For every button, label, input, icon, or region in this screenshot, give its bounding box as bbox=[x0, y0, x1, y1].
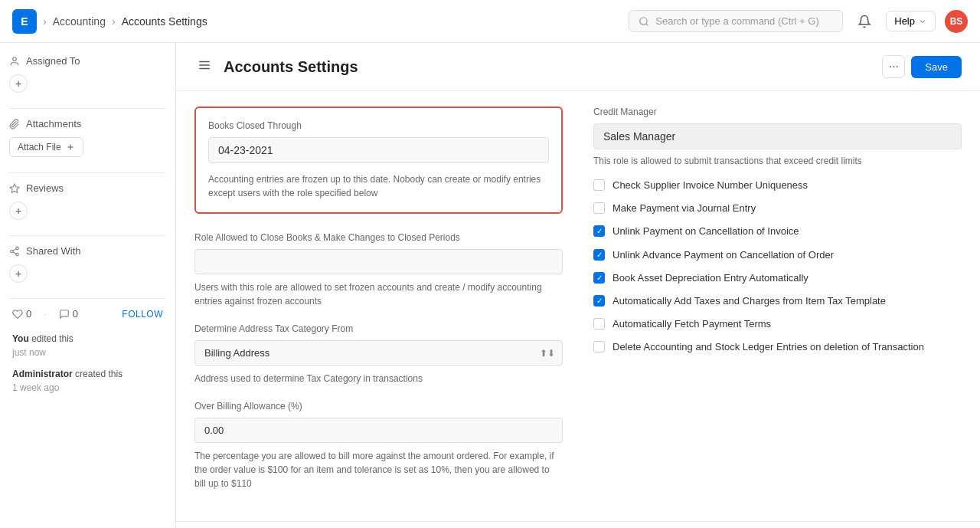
svg-line-9 bbox=[13, 251, 16, 253]
overbilling-input[interactable] bbox=[194, 418, 563, 443]
search-icon bbox=[639, 16, 649, 27]
settings-area: Books Closed Through 04-23-2021 Accounti… bbox=[176, 91, 980, 521]
assigned-to-add-button[interactable]: + bbox=[9, 74, 28, 93]
reviews-add-button[interactable]: + bbox=[9, 202, 28, 220]
paperclip-icon bbox=[9, 119, 20, 130]
help-label: Help bbox=[894, 15, 915, 27]
comments-action[interactable]: 0 bbox=[59, 308, 78, 320]
checkbox-unlink-advance-label: Unlink Advance Payment on Cancellation o… bbox=[612, 248, 834, 262]
activity-time-2: 1 week ago bbox=[12, 381, 163, 395]
sidebar: Assigned To + Attachments Attach File Re… bbox=[0, 43, 176, 528]
checkbox-delete-entries[interactable] bbox=[593, 341, 605, 353]
footer-actions: 0 · 0 FOLLOW bbox=[12, 308, 163, 320]
svg-point-0 bbox=[640, 17, 647, 24]
avatar[interactable]: BS bbox=[945, 10, 968, 33]
comment-icon bbox=[59, 309, 70, 320]
checkbox-payment-terms-label: Automatically Fetch Payment Terms bbox=[612, 317, 771, 331]
checkbox-supplier-invoice[interactable] bbox=[593, 179, 605, 191]
shared-with-header: Shared With bbox=[9, 245, 166, 257]
tax-category-section: Determine Address Tax Category From Bill… bbox=[194, 323, 563, 385]
role-help: Users with this role are allowed to set … bbox=[194, 280, 563, 308]
checkbox-journal-entry-label: Make Payment via Journal Entry bbox=[612, 202, 756, 215]
more-options-button[interactable]: ··· bbox=[882, 55, 905, 78]
activity-action-1: edited this bbox=[31, 333, 74, 344]
chevron-down-icon bbox=[918, 17, 927, 26]
notifications-button[interactable] bbox=[852, 9, 877, 34]
credit-manager-help: This role is allowed to submit transacti… bbox=[593, 156, 962, 166]
shared-with-add-button[interactable]: + bbox=[9, 264, 28, 283]
activity-entry-2: Administrator created this 1 week ago bbox=[12, 367, 163, 395]
user-icon bbox=[9, 56, 20, 67]
checkbox-row-3: Unlink Payment on Cancellation of Invoic… bbox=[593, 225, 962, 238]
reviews-section: Reviews + bbox=[9, 182, 166, 220]
checkbox-row-1: Check Supplier Invoice Number Uniqueness bbox=[593, 179, 962, 192]
attach-file-button[interactable]: Attach File bbox=[9, 137, 83, 157]
footer-dot: · bbox=[44, 308, 47, 320]
breadcrumb-sep-1: › bbox=[43, 15, 47, 28]
checkboxes-container: Check Supplier Invoice Number Uniqueness… bbox=[593, 179, 962, 355]
checkbox-payment-terms[interactable] bbox=[593, 318, 605, 330]
checkbox-row-5: Book Asset Depreciation Entry Automatica… bbox=[593, 271, 962, 285]
checkbox-unlink-invoice-label: Unlink Payment on Cancellation of Invoic… bbox=[612, 225, 799, 238]
svg-marker-5 bbox=[10, 184, 19, 192]
activity-time-1: just now bbox=[12, 346, 163, 359]
topnav-right: Search or type a command (Ctrl + G) Help… bbox=[629, 9, 968, 34]
tax-label: Determine Address Tax Category From bbox=[194, 323, 563, 334]
page-header-left: Accounts Settings bbox=[194, 55, 358, 78]
main-content: Accounts Settings ··· Save Books Closed … bbox=[176, 43, 980, 528]
page-header-right: ··· Save bbox=[882, 55, 962, 78]
settings-columns: Books Closed Through 04-23-2021 Accounti… bbox=[194, 107, 962, 506]
activity-user-2: Administrator bbox=[12, 369, 73, 379]
shared-with-section: Shared With + bbox=[9, 245, 166, 283]
assigned-to-header: Assigned To bbox=[9, 55, 166, 67]
svg-point-7 bbox=[11, 250, 14, 253]
overbilling-label: Over Billing Allowance (%) bbox=[194, 401, 563, 412]
assigned-to-section: Assigned To + bbox=[9, 55, 166, 93]
search-bar[interactable]: Search or type a command (Ctrl + G) bbox=[629, 10, 843, 32]
reviews-label: Reviews bbox=[26, 182, 64, 194]
follow-button[interactable]: FOLLOW bbox=[122, 309, 163, 320]
role-label: Role Allowed to Close Books & Make Chang… bbox=[194, 232, 563, 243]
checkbox-unlink-invoice[interactable] bbox=[593, 225, 605, 237]
right-column: Credit Manager Sales Manager This role i… bbox=[593, 107, 962, 506]
topnav-left: E › Accounting › Accounts Settings bbox=[12, 9, 207, 34]
role-field-section: Role Allowed to Close Books & Make Chang… bbox=[194, 232, 563, 308]
checkbox-row-8: Delete Accounting and Stock Ledger Entri… bbox=[593, 340, 962, 354]
search-placeholder: Search or type a command (Ctrl + G) bbox=[655, 15, 819, 27]
attachments-section: Attachments Attach File bbox=[9, 118, 166, 157]
divider-4 bbox=[9, 298, 166, 299]
svg-point-8 bbox=[16, 253, 19, 256]
checkbox-row-4: Unlink Advance Payment on Cancellation o… bbox=[593, 248, 962, 262]
save-button[interactable]: Save bbox=[911, 56, 962, 78]
checkbox-journal-entry[interactable] bbox=[593, 202, 605, 214]
attach-file-label: Attach File bbox=[18, 142, 61, 152]
left-column: Books Closed Through 04-23-2021 Accounti… bbox=[194, 107, 563, 506]
svg-point-2 bbox=[13, 57, 17, 61]
activity-entry-1: You edited this just now bbox=[12, 332, 163, 359]
help-button[interactable]: Help bbox=[886, 11, 936, 31]
checkbox-supplier-invoice-label: Check Supplier Invoice Number Uniqueness bbox=[612, 179, 808, 192]
svg-line-10 bbox=[13, 248, 16, 250]
credit-manager-label: Credit Manager bbox=[593, 107, 962, 117]
books-closed-card: Books Closed Through 04-23-2021 Accounti… bbox=[194, 107, 563, 214]
breadcrumb-sep-2: › bbox=[112, 15, 116, 28]
breadcrumb-current: Accounts Settings bbox=[122, 15, 207, 28]
checkbox-depreciation[interactable] bbox=[593, 272, 605, 284]
checkbox-auto-taxes[interactable] bbox=[593, 295, 605, 307]
role-input[interactable] bbox=[194, 249, 563, 274]
page-header: Accounts Settings ··· Save bbox=[176, 43, 980, 91]
reviews-header: Reviews bbox=[9, 182, 166, 194]
books-closed-label: Books Closed Through bbox=[208, 120, 549, 131]
attachments-header: Attachments bbox=[9, 118, 166, 130]
tax-select-wrapper: Billing Address Shipping Address ⬆⬇ bbox=[194, 340, 563, 366]
tax-help: Address used to determine Tax Category i… bbox=[194, 372, 563, 385]
likes-action[interactable]: 0 bbox=[12, 308, 31, 320]
heart-icon bbox=[12, 309, 23, 320]
checkbox-row-7: Automatically Fetch Payment Terms bbox=[593, 317, 962, 331]
hamburger-button[interactable] bbox=[194, 55, 214, 78]
divider-1 bbox=[9, 108, 166, 109]
app-icon[interactable]: E bbox=[12, 9, 37, 34]
tax-select[interactable]: Billing Address Shipping Address bbox=[194, 340, 563, 366]
checkbox-unlink-advance[interactable] bbox=[593, 249, 605, 261]
breadcrumb-accounting[interactable]: Accounting bbox=[53, 15, 106, 28]
